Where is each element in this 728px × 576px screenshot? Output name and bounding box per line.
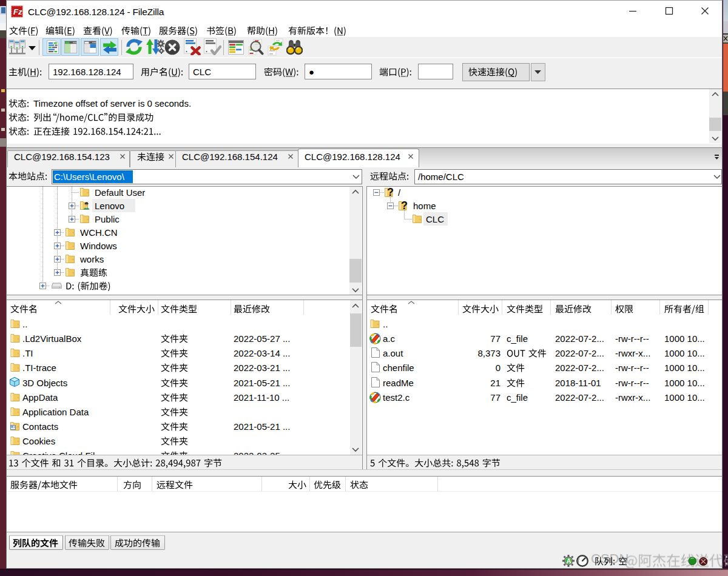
svg-text:?: ? — [401, 200, 408, 210]
svg-text:?: ? — [387, 187, 394, 197]
svg-text:Fz: Fz — [13, 7, 22, 16]
svg-text:A: A — [567, 557, 571, 564]
